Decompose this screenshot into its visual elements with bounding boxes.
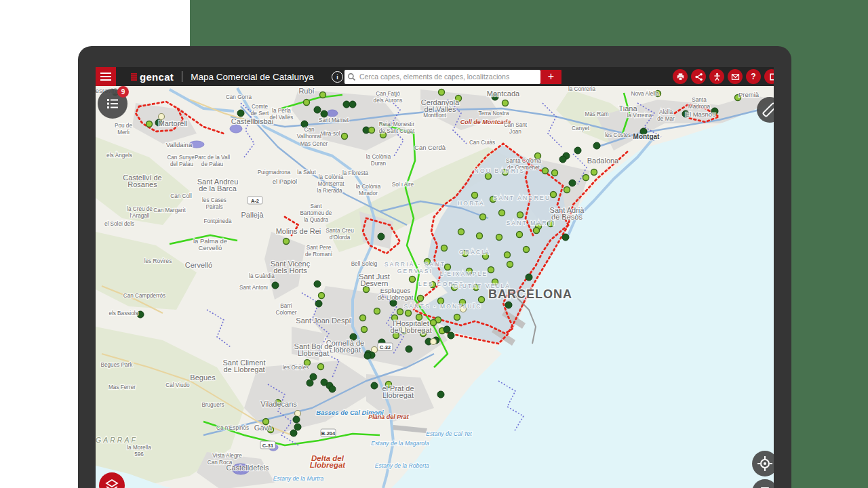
- svg-text:els Bassiols: els Bassiols: [108, 310, 138, 317]
- svg-text:l'Hospitaletde Llobregat: l'Hospitaletde Llobregat: [390, 319, 431, 334]
- svg-text:A-2: A-2: [251, 198, 259, 204]
- svg-text:Alellade Mar: Alellade Mar: [657, 109, 675, 122]
- svg-text:la ColòniaDuran: la ColòniaDuran: [366, 154, 391, 167]
- svg-text:Begues Park: Begues Park: [101, 362, 134, 368]
- svg-text:GRÀCIA: GRÀCIA: [459, 249, 490, 256]
- svg-text:Pou deMerli: Pou deMerli: [115, 123, 132, 136]
- measure-button[interactable]: [757, 97, 774, 123]
- search-bar: [344, 70, 540, 84]
- svg-text:Bruguers: Bruguers: [201, 402, 224, 408]
- svg-text:Sant Boi deLlobregat: Sant Boi deLlobregat: [294, 342, 333, 357]
- svg-text:la Conreria: la Conreria: [568, 86, 595, 92]
- share-icon: [694, 73, 703, 81]
- svg-text:Valldaina: Valldaina: [166, 141, 193, 148]
- svg-text:Estany de la Magarola: Estany de la Magarola: [371, 440, 429, 447]
- svg-text:Martorell: Martorell: [159, 119, 188, 127]
- svg-text:SantBartomeu dela Quadra: SantBartomeu dela Quadra: [300, 203, 332, 223]
- svg-text:Cal Viudo: Cal Viudo: [165, 382, 190, 388]
- search-input[interactable]: [358, 72, 538, 81]
- app-window: gencat Mapa Comercial de Catalunya i +: [96, 67, 774, 488]
- exit-icon: [768, 73, 774, 81]
- svg-text:NOU BARRIS: NOU BARRIS: [475, 167, 526, 174]
- svg-text:Can Campderrós: Can Campderrós: [123, 293, 165, 299]
- svg-text:la Creu del'Aragall: la Creu del'Aragall: [127, 206, 153, 219]
- svg-text:Badalona: Badalona: [587, 157, 619, 165]
- svg-text:Can SantJoan: Can SantJoan: [504, 122, 528, 135]
- layer-list-button[interactable]: 9: [98, 89, 127, 119]
- locate-button[interactable]: [752, 451, 774, 476]
- help-button[interactable]: ?: [746, 69, 761, 84]
- svg-text:Mas Ferrer: Mas Ferrer: [108, 384, 136, 390]
- exit-button[interactable]: [764, 69, 774, 84]
- svg-text:la Rierada: la Rierada: [317, 188, 342, 194]
- question-icon: ?: [751, 72, 755, 81]
- svg-text:Ca n'Espinós: Ca n'Espinós: [216, 425, 249, 431]
- map-container: A-2C-32B-204C-31esroviresMartorellPou de…: [96, 86, 774, 488]
- print-button[interactable]: [673, 69, 688, 84]
- svg-text:Sant Andreude la Barca: Sant Andreude la Barca: [197, 178, 239, 192]
- menu-button[interactable]: [96, 67, 116, 86]
- share-button[interactable]: [691, 69, 706, 84]
- svg-text:GARRAF: GARRAF: [96, 436, 138, 444]
- svg-text:Vista Alegre: Vista Alegre: [212, 453, 242, 459]
- add-layer-button[interactable]: +: [540, 70, 561, 84]
- svg-text:B-204: B-204: [321, 430, 336, 436]
- svg-text:BarriColomer: BarriColomer: [276, 303, 297, 316]
- basemap-icon: [757, 484, 773, 488]
- svg-text:la Palma deCervelló: la Palma deCervelló: [193, 237, 227, 251]
- svg-text:Montgat: Montgat: [633, 133, 660, 140]
- svg-text:El Masnou: El Masnou: [686, 110, 716, 118]
- email-button[interactable]: [728, 69, 743, 84]
- svg-text:Terra Nostra: Terra Nostra: [478, 110, 509, 117]
- svg-text:SANT MARTÍ: SANT MARTÍ: [506, 220, 555, 226]
- svg-text:C-31: C-31: [262, 443, 273, 449]
- svg-text:Molins de Rei: Molins de Rei: [276, 227, 321, 235]
- svg-text:C-32: C-32: [380, 344, 391, 350]
- svg-text:Estany de la Roberta: Estany de la Roberta: [375, 462, 429, 469]
- svg-text:Plana del Prat: Plana del Prat: [368, 413, 410, 420]
- svg-text:Mas Ram: Mas Ram: [585, 111, 608, 117]
- svg-text:SANT ANDREU: SANT ANDREU: [494, 195, 551, 201]
- svg-text:Mas Gener: Mas Gener: [300, 141, 328, 147]
- gencat-logo[interactable]: gencat: [131, 71, 174, 83]
- svg-text:Santa Creud'Olorda: Santa Creud'Olorda: [326, 228, 354, 241]
- svg-text:Cervelló: Cervelló: [185, 261, 212, 269]
- svg-text:Tiana: Tiana: [618, 104, 637, 113]
- app-header: gencat Mapa Comercial de Catalunya i +: [96, 67, 774, 86]
- accessibility-button[interactable]: [709, 69, 724, 84]
- svg-text:Estany de la Murtra: Estany de la Murtra: [273, 475, 324, 482]
- svg-text:HORTA: HORTA: [458, 200, 485, 207]
- svg-text:la Floresta: la Floresta: [342, 170, 369, 176]
- measure-icon: [757, 97, 774, 123]
- svg-text:Fontpineda: Fontpineda: [204, 218, 232, 224]
- svg-text:Pallejà: Pallejà: [241, 211, 264, 219]
- svg-text:Montcada: Montcada: [487, 89, 520, 98]
- svg-text:Sant Perede Romaní: Sant Perede Romaní: [305, 245, 333, 258]
- svg-text:Can Margarit: Can Margarit: [153, 207, 186, 214]
- map-canvas[interactable]: A-2C-32B-204C-31esroviresMartorellPou de…: [96, 86, 774, 488]
- svg-text:SANTS - MONTJUÏC: SANTS - MONTJUÏC: [403, 303, 481, 310]
- search-icon: [347, 73, 356, 81]
- gencat-flag-icon: [131, 73, 137, 81]
- svg-text:Delta delLlobregat: Delta delLlobregat: [310, 454, 347, 469]
- svg-text:BARCELONA: BARCELONA: [488, 287, 572, 301]
- svg-text:les Costes: les Costes: [605, 132, 631, 138]
- locate-icon: [757, 455, 773, 472]
- svg-text:la Perladel Vallès: la Perladel Vallès: [270, 108, 294, 121]
- svg-text:les CasesPairals: les CasesPairals: [202, 197, 226, 210]
- svg-text:Can Coll: Can Coll: [170, 193, 192, 199]
- svg-text:Sant Joan Despí: Sant Joan Despí: [296, 317, 351, 325]
- svg-text:el Prat deLlobregat: el Prat deLlobregat: [382, 384, 414, 399]
- svg-text:Begues: Begues: [190, 373, 216, 382]
- svg-text:SantaMadrona: SantaMadrona: [688, 97, 711, 110]
- hamburger-icon: [100, 73, 111, 74]
- svg-text:les Orioles: les Orioles: [283, 365, 309, 371]
- svg-text:Espluguesde Llobregat: Espluguesde Llobregat: [378, 287, 414, 301]
- svg-text:Can Cuiàs: Can Cuiàs: [469, 140, 495, 146]
- svg-text:Comtede Sert: Comtede Sert: [251, 104, 269, 117]
- layer-list-icon: [105, 96, 120, 111]
- svg-text:el Solei dels: el Solei dels: [104, 221, 134, 227]
- svg-text:Puigmadrona: Puigmadrona: [258, 169, 291, 176]
- info-icon[interactable]: i: [332, 71, 343, 83]
- svg-text:el Papiol: el Papiol: [273, 178, 297, 185]
